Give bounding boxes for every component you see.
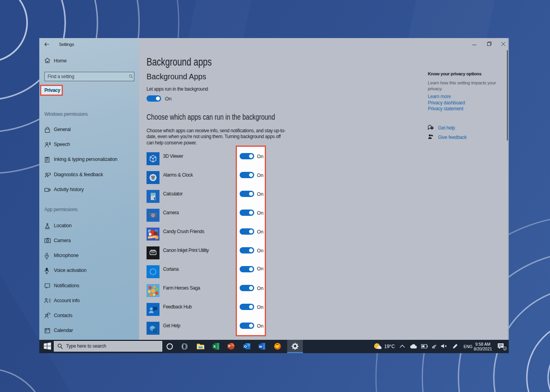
svg-text:P: P [228,344,231,348]
svg-text:2: 2 [504,347,506,350]
svg-text:X: X [213,345,216,348]
svg-text:O: O [244,345,247,348]
svg-text:?: ? [154,329,156,332]
svg-text:W: W [259,345,262,348]
